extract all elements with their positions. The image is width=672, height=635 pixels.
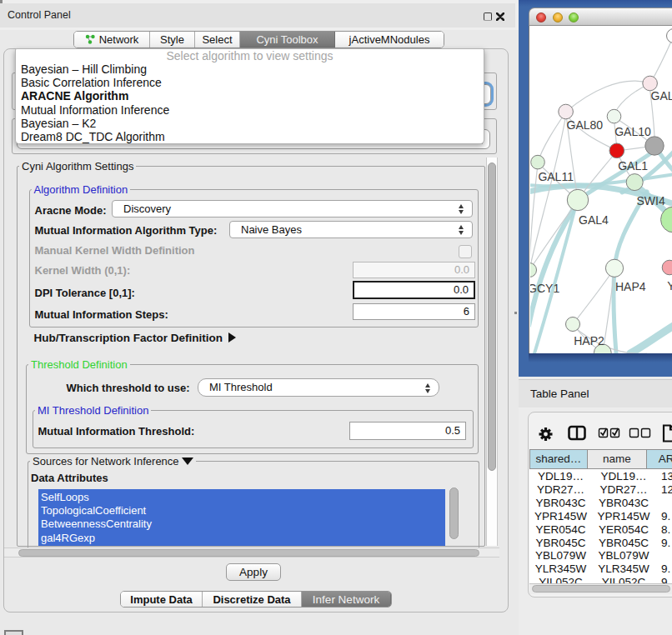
svg-text:HAP2: HAP2 (574, 334, 604, 348)
svg-text:GAL11: GAL11 (538, 170, 574, 183)
svg-text:GAL80: GAL80 (567, 118, 604, 132)
svg-text:GCY1: GCY1 (530, 282, 559, 295)
svg-text:GAL4: GAL4 (579, 213, 609, 227)
svg-text:HAP4: HAP4 (615, 280, 646, 293)
svg-text:SWI4: SWI4 (637, 194, 665, 208)
svg-text:GAL1: GAL1 (618, 159, 648, 172)
svg-text:GAL7: GAL7 (651, 89, 672, 102)
svg-text:GAL10: GAL10 (614, 125, 651, 138)
svg-text:Y: Y (667, 279, 672, 292)
